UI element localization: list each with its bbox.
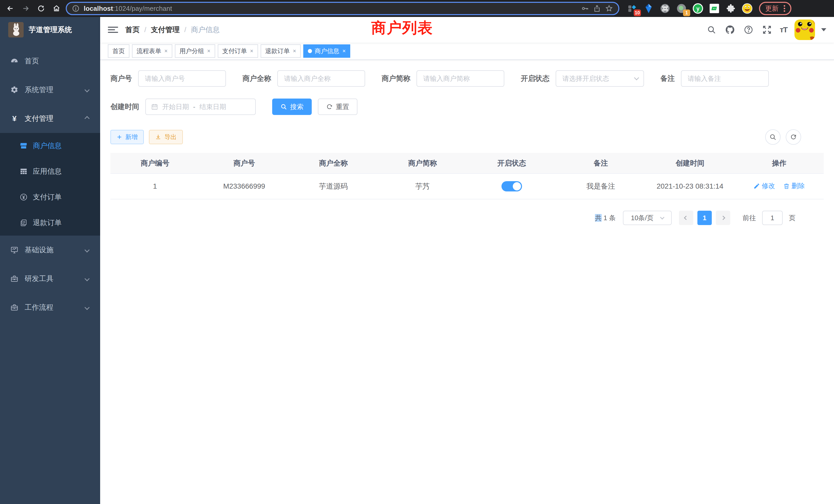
delete-link[interactable]: 删除 [783, 181, 805, 190]
cell-create-time: 2021-10-23 08:31:14 [645, 174, 734, 199]
command-extension-icon[interactable] [659, 3, 671, 14]
search-button-label: 搜索 [290, 102, 304, 111]
status-select[interactable]: 请选择开启状态 [556, 70, 644, 87]
sidebar-item-app-info[interactable]: 应用信息 [0, 159, 100, 184]
sidebar-logo[interactable]: 芋道管理系统 [0, 17, 100, 43]
cell-remark: 我是备注 [556, 174, 645, 199]
breadcrumb: 首页 / 支付管理 / 商户信息 [125, 25, 220, 35]
close-icon[interactable]: × [207, 48, 211, 54]
page-number-1[interactable]: 1 [697, 211, 712, 225]
bookmark-star-icon[interactable] [605, 4, 613, 13]
merchant-no-input[interactable] [138, 70, 226, 87]
tab-process-form[interactable]: 流程表单× [132, 44, 172, 58]
merchant-short-name-input[interactable] [416, 70, 504, 87]
sidebar-item-merchant-info[interactable]: 商户信息 [0, 133, 100, 159]
browser-home-icon[interactable] [50, 2, 63, 15]
recorder-extension-icon[interactable]: 1 [676, 3, 687, 14]
sidebar-item-label: 基础设施 [25, 245, 53, 255]
chat-extension-icon[interactable] [709, 3, 720, 14]
show-search-toggle-button[interactable] [765, 129, 781, 145]
add-button[interactable]: 新增 [110, 130, 144, 144]
browser-reload-icon[interactable] [35, 2, 47, 15]
fullscreen-icon[interactable] [761, 24, 773, 36]
tab-label: 商户信息 [314, 47, 339, 55]
share-icon[interactable] [593, 5, 601, 12]
tampermonkey-extension-icon[interactable]: 10 [627, 3, 638, 14]
sidebar-item-home[interactable]: 首页 [0, 47, 100, 75]
export-button[interactable]: 导出 [149, 130, 183, 144]
delete-label: 删除 [791, 181, 805, 190]
close-icon[interactable]: × [342, 48, 346, 54]
tab-pay-order[interactable]: 支付订单× [218, 44, 258, 58]
reset-button[interactable]: 重置 [318, 98, 357, 115]
tab-home[interactable]: 首页 [108, 44, 129, 58]
pagination-total: 共 1 条 [595, 213, 616, 223]
reset-button-label: 重置 [336, 102, 349, 111]
sidebar-item-infrastructure[interactable]: 基础设施 [0, 235, 100, 264]
y-green-extension-icon[interactable]: y [692, 3, 704, 14]
page-size-select[interactable]: 10条/页 [623, 211, 672, 225]
sidebar-item-label: 支付管理 [25, 114, 53, 123]
sidebar-item-label: 应用信息 [33, 166, 62, 176]
breadcrumb-item[interactable]: 首页 [125, 25, 140, 35]
avatar-caret-icon[interactable] [821, 28, 826, 31]
merchant-name-input[interactable] [277, 70, 365, 87]
browser-back-icon[interactable] [4, 2, 17, 15]
end-date-placeholder[interactable]: 结束日期 [199, 102, 226, 111]
status-toggle[interactable] [502, 181, 522, 191]
prev-page-button[interactable] [679, 211, 693, 225]
logo-rabbit-image [8, 22, 24, 38]
font-size-icon[interactable]: тT [780, 25, 787, 34]
edit-link[interactable]: 修改 [753, 181, 775, 190]
next-page-button[interactable] [716, 211, 730, 225]
kite-extension-icon[interactable] [643, 3, 654, 14]
extensions-puzzle-icon[interactable] [725, 3, 737, 14]
user-avatar[interactable] [794, 20, 815, 40]
browser-update-button[interactable]: 更新 [759, 2, 791, 15]
breadcrumb-item[interactable]: 支付管理 [151, 25, 180, 35]
table-row: 1 M233666999 芋道源码 芋艿 我是备注 2021-10-23 08:… [110, 174, 824, 199]
search-button[interactable]: 搜索 [272, 98, 312, 115]
tab-merchant-info[interactable]: 商户信息× [303, 44, 350, 58]
refresh-table-button[interactable] [786, 129, 801, 145]
sidebar-item-pay-order[interactable]: 支付订单 [0, 184, 100, 210]
goto-page-input[interactable] [762, 211, 783, 225]
status-label: 开启状态 [521, 74, 549, 84]
sidebar-item-refund-order[interactable]: 退款订单 [0, 210, 100, 235]
sidebar-item-label: 首页 [25, 56, 39, 66]
close-icon[interactable]: × [250, 48, 254, 54]
sidebar-item-payment[interactable]: ¥ 支付管理 [0, 104, 100, 133]
site-info-icon[interactable] [72, 5, 80, 12]
url-path: :1024/pay/merchant [113, 5, 172, 12]
sidebar-item-dev-tools[interactable]: 研发工具 [0, 264, 100, 293]
browser-menu-icon[interactable] [784, 5, 785, 12]
sidebar-item-label: 工作流程 [25, 302, 53, 312]
tab-refund-order[interactable]: 退款订单× [261, 44, 301, 58]
remark-input[interactable] [681, 70, 769, 87]
close-icon[interactable]: × [164, 48, 168, 54]
add-button-label: 新增 [125, 133, 138, 141]
browser-profile-avatar[interactable] [742, 3, 753, 14]
sidebar-item-system[interactable]: 系统管理 [0, 75, 100, 104]
col-full-name: 商户全称 [289, 153, 378, 174]
help-icon[interactable] [743, 24, 754, 36]
create-time-label: 创建时间 [110, 102, 139, 112]
breadcrumb-separator: / [144, 26, 146, 34]
address-bar[interactable]: localhost:1024/pay/merchant [66, 2, 619, 15]
close-icon[interactable]: × [293, 48, 296, 54]
cell-merchant-id: 1 [110, 174, 199, 199]
sidebar-item-workflow[interactable]: 工作流程 [0, 293, 100, 322]
header-search-icon[interactable] [706, 24, 717, 36]
password-key-icon[interactable] [581, 4, 589, 13]
browser-forward-icon[interactable] [20, 2, 32, 15]
update-label: 更新 [765, 4, 778, 13]
hamburger-icon[interactable] [108, 25, 118, 35]
active-dot [308, 49, 312, 53]
github-icon[interactable] [724, 24, 736, 36]
start-date-placeholder[interactable]: 开始日期 [162, 102, 189, 111]
create-time-range-picker[interactable]: 开始日期 - 结束日期 [145, 98, 256, 115]
tab-user-group[interactable]: 用户分组× [175, 44, 215, 58]
col-short-name: 商户简称 [378, 153, 467, 174]
cell-actions: 修改 删除 [734, 174, 824, 199]
tags-view: 首页 流程表单× 用户分组× 支付订单× 退款订单× 商户信息× [100, 43, 834, 60]
